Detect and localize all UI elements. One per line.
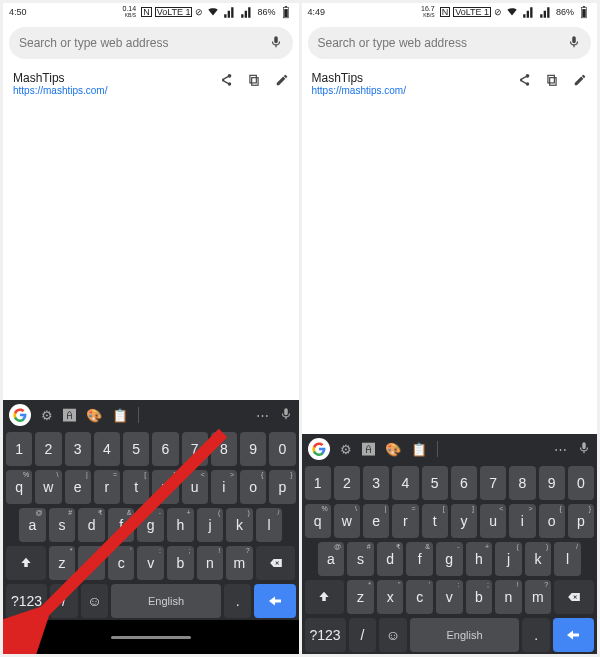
key-s[interactable]: s#: [49, 508, 76, 542]
copy-icon[interactable]: [247, 73, 261, 90]
key-i[interactable]: i>: [509, 504, 535, 538]
key-3[interactable]: 3: [65, 432, 91, 466]
key-p[interactable]: p}: [269, 470, 295, 504]
suggestion-row[interactable]: MashTips https://mashtips.com/: [3, 65, 299, 102]
key-j[interactable]: j(: [197, 508, 224, 542]
key-q[interactable]: q%: [6, 470, 32, 504]
key-6[interactable]: 6: [152, 432, 178, 466]
copy-icon[interactable]: [545, 73, 559, 90]
key-9[interactable]: 9: [240, 432, 266, 466]
key-b[interactable]: b;: [167, 546, 194, 580]
key-r[interactable]: r=: [94, 470, 120, 504]
key-123[interactable]: ?123: [305, 618, 346, 652]
key-m[interactable]: m?: [525, 580, 552, 614]
key-x[interactable]: x": [78, 546, 105, 580]
key-2[interactable]: 2: [35, 432, 61, 466]
mic-icon[interactable]: [567, 35, 581, 52]
edit-icon[interactable]: [573, 73, 587, 90]
key-w[interactable]: w\: [35, 470, 61, 504]
key-[interactable]: .: [522, 618, 549, 652]
mic-icon[interactable]: [269, 35, 283, 52]
key-5[interactable]: 5: [422, 466, 448, 500]
key-o[interactable]: o{: [539, 504, 565, 538]
key-6[interactable]: 6: [451, 466, 477, 500]
key-c[interactable]: c': [108, 546, 135, 580]
key-d[interactable]: d₹: [377, 542, 404, 576]
key-y[interactable]: y]: [152, 470, 178, 504]
key-r[interactable]: r=: [392, 504, 418, 538]
key-h[interactable]: h+: [167, 508, 194, 542]
key-u[interactable]: u<: [182, 470, 208, 504]
share-icon[interactable]: [517, 73, 531, 90]
key-3[interactable]: 3: [363, 466, 389, 500]
key-123[interactable]: ?123: [6, 584, 47, 618]
address-bar[interactable]: Search or type web address: [9, 27, 293, 59]
key-English[interactable]: English: [111, 584, 221, 618]
key-4[interactable]: 4: [392, 466, 418, 500]
key-t[interactable]: t[: [123, 470, 149, 504]
key-b[interactable]: b;: [466, 580, 493, 614]
key-[interactable]: .: [224, 584, 251, 618]
key-8[interactable]: 8: [509, 466, 535, 500]
kb-mic-icon[interactable]: [279, 407, 293, 424]
key-k[interactable]: k): [226, 508, 253, 542]
key-v[interactable]: v:: [436, 580, 463, 614]
key-7[interactable]: 7: [480, 466, 506, 500]
emoji-key[interactable]: ☺: [379, 618, 406, 652]
key-9[interactable]: 9: [539, 466, 565, 500]
more-icon[interactable]: ⋯: [554, 442, 567, 457]
key-[interactable]: /: [50, 584, 77, 618]
key-s[interactable]: s#: [347, 542, 374, 576]
kb-mic-icon[interactable]: [577, 441, 591, 458]
key-g[interactable]: g-: [436, 542, 463, 576]
google-icon[interactable]: [308, 438, 330, 460]
emoji-key[interactable]: ☺: [81, 584, 108, 618]
key-c[interactable]: c': [406, 580, 433, 614]
key-h[interactable]: h+: [466, 542, 493, 576]
share-icon[interactable]: [219, 73, 233, 90]
key-g[interactable]: g-: [137, 508, 164, 542]
google-icon[interactable]: [9, 404, 31, 426]
key-z[interactable]: z*: [347, 580, 374, 614]
enter-key[interactable]: [254, 584, 295, 618]
key-m[interactable]: m?: [226, 546, 253, 580]
key-l[interactable]: l/: [554, 542, 581, 576]
translate-icon[interactable]: 🅰: [362, 442, 375, 457]
gear-icon[interactable]: ⚙: [41, 408, 53, 423]
key-a[interactable]: a@: [19, 508, 46, 542]
address-bar[interactable]: Search or type web address: [308, 27, 592, 59]
key-e[interactable]: e|: [65, 470, 91, 504]
key-n[interactable]: n!: [197, 546, 224, 580]
clipboard-icon[interactable]: 📋: [112, 408, 128, 423]
key-[interactable]: /: [349, 618, 376, 652]
key-y[interactable]: y]: [451, 504, 477, 538]
key-k[interactable]: k): [525, 542, 552, 576]
key-a[interactable]: a@: [318, 542, 345, 576]
key-d[interactable]: d₹: [78, 508, 105, 542]
backspace-key[interactable]: [256, 546, 296, 580]
gesture-pill[interactable]: [111, 636, 191, 639]
key-p[interactable]: p}: [568, 504, 594, 538]
clipboard-icon[interactable]: 📋: [411, 442, 427, 457]
translate-icon[interactable]: 🅰: [63, 408, 76, 423]
key-1[interactable]: 1: [6, 432, 32, 466]
key-q[interactable]: q%: [305, 504, 331, 538]
shift-key[interactable]: [305, 580, 345, 614]
key-English[interactable]: English: [410, 618, 520, 652]
key-z[interactable]: z*: [49, 546, 76, 580]
key-v[interactable]: v:: [137, 546, 164, 580]
theme-icon[interactable]: 🎨: [385, 442, 401, 457]
key-0[interactable]: 0: [568, 466, 594, 500]
key-i[interactable]: i>: [211, 470, 237, 504]
shift-key[interactable]: [6, 546, 46, 580]
key-4[interactable]: 4: [94, 432, 120, 466]
backspace-key[interactable]: [554, 580, 594, 614]
key-8[interactable]: 8: [211, 432, 237, 466]
theme-icon[interactable]: 🎨: [86, 408, 102, 423]
key-o[interactable]: o{: [240, 470, 266, 504]
key-f[interactable]: f&: [406, 542, 433, 576]
key-1[interactable]: 1: [305, 466, 331, 500]
gear-icon[interactable]: ⚙: [340, 442, 352, 457]
key-7[interactable]: 7: [182, 432, 208, 466]
key-t[interactable]: t[: [422, 504, 448, 538]
